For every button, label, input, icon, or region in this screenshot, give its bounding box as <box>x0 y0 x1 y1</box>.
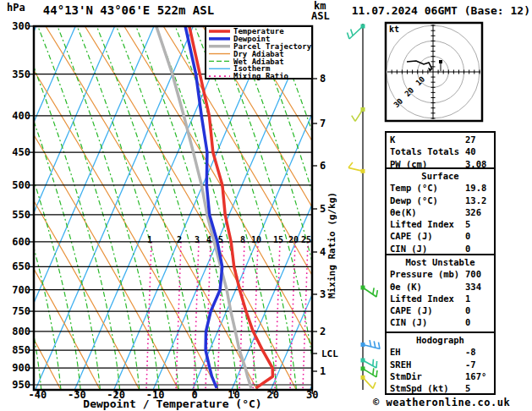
lcl-label: LCL <box>321 348 338 359</box>
wind-barb-feather <box>351 29 353 36</box>
table-title: Hodograph <box>390 334 494 346</box>
table-row: StmSpd (kt)5 <box>390 382 494 394</box>
km-tick-label: 4 <box>320 246 326 258</box>
stat-label: StmSpd (kt) <box>390 383 449 393</box>
table-row: CAPE (J)0 <box>390 230 494 242</box>
wind-barb-feather <box>352 116 355 122</box>
mixing-ratio-value-label: 15 <box>273 235 283 244</box>
wet-adiabat-line <box>0 26 2 390</box>
wind-barb-feather <box>373 288 374 294</box>
pressure-tick-label: 850 <box>12 344 30 356</box>
table-row: θe (K)334 <box>390 281 494 293</box>
temp-axis-title: Dewpoint / Temperature (°C) <box>83 397 261 410</box>
mixing-ratio-axis-title: Mixing Ratio (g/kg) <box>326 192 337 299</box>
wind-barb <box>348 25 365 40</box>
stat-label: Temp (°C) <box>390 183 438 193</box>
stat-value: 0 <box>465 230 470 242</box>
stat-value: -8 <box>465 346 476 358</box>
stat-value: 19.8 <box>465 182 486 194</box>
table-row: CAPE (J)0 <box>390 304 494 316</box>
km-tick-label: 8 <box>320 73 326 85</box>
pressure-tick-label: 450 <box>12 146 30 158</box>
wind-barb-shaft <box>355 109 363 121</box>
mixing-ratio-value-label: 2 <box>177 235 182 244</box>
table-row: Pressure (mb)700 <box>390 268 494 280</box>
mixing-ratio-value-label: 1 <box>147 235 152 244</box>
stat-value: 0 <box>465 243 470 255</box>
stat-label: EH <box>390 347 401 357</box>
pressure-tick-label: 500 <box>12 179 30 191</box>
stat-label: K <box>390 134 395 145</box>
altitude-unit-asl: ASL <box>311 10 330 22</box>
stat-label: θe(K) <box>390 207 417 217</box>
wind-barb <box>361 340 381 348</box>
mixing-ratio-value-label: 4 <box>206 235 211 244</box>
table-row: θe(K)326 <box>390 206 494 218</box>
wind-barb-feather <box>373 368 374 375</box>
stat-value: 5 <box>465 382 470 394</box>
stat-label: StmDir <box>390 371 422 381</box>
wind-barbs <box>348 25 380 389</box>
stat-label: CAPE (J) <box>390 305 433 315</box>
wet-adiabat-line <box>509 26 532 390</box>
mixing-ratio-value-label: 3 <box>195 235 200 244</box>
km-tick-label: 6 <box>320 160 326 172</box>
stat-value: 700 <box>465 268 481 280</box>
wind-barb-feather <box>378 342 380 349</box>
stat-label: Lifted Index <box>390 293 454 304</box>
mixing-ratio-value-label: 10 <box>251 235 261 244</box>
km-tick-label: 2 <box>320 326 326 337</box>
temperature-tick-label: 30 <box>306 389 318 401</box>
km-tick-label: 5 <box>320 203 326 215</box>
pressure-tick-label: 600 <box>12 236 30 248</box>
wind-barb-feather <box>348 162 353 167</box>
stat-value: -7 <box>465 359 476 370</box>
copyright-footer: © weatheronline.co.uk <box>373 397 510 408</box>
table-row: CIN (J)0 <box>390 316 494 328</box>
stat-value: 326 <box>465 206 481 218</box>
wind-barb-feather <box>348 32 349 39</box>
mixing-ratio-value-label: 25 <box>301 235 311 244</box>
table-row: Totals Totals40 <box>390 145 494 157</box>
stat-value: 13.2 <box>465 195 486 206</box>
stat-value: 27 <box>465 134 476 145</box>
pressure-tick-label: 350 <box>12 68 30 80</box>
hodograph-stats-table: Hodograph EH-8 SREH-7 StmDir167° StmSpd … <box>385 332 496 395</box>
wind-barb-shaft <box>363 377 373 388</box>
pressure-tick-label: 750 <box>12 305 30 317</box>
stat-value: 0 <box>465 304 470 316</box>
temperature-tick-label: 20 <box>267 389 279 401</box>
stat-label: Pressure (mb) <box>390 269 459 279</box>
table-row: StmDir167° <box>390 370 494 382</box>
pressure-tick-label: 550 <box>12 209 30 221</box>
table-row: Lifted Index5 <box>390 218 494 230</box>
wind-barb-feather <box>376 370 377 377</box>
hodograph-panel: kt 102030 <box>386 23 482 121</box>
table-row: SREH-7 <box>390 359 494 370</box>
stat-label: CIN (J) <box>390 317 427 327</box>
pressure-unit-label: hPa <box>7 2 25 14</box>
table-row: CIN (J)0 <box>390 243 494 255</box>
km-tick-label: 3 <box>320 288 326 300</box>
km-tick-label: 1 <box>320 365 326 377</box>
legend-entry-label: Mixing Ratio <box>233 72 288 80</box>
stat-label: Dewp (°C) <box>390 195 438 206</box>
pressure-tick-label: 400 <box>12 110 30 122</box>
wind-barb-feather <box>373 382 376 388</box>
most-unstable-table: Most Unstable Pressure (mb)700 θe (K)334… <box>385 254 496 333</box>
mixing-ratio-value-label: 20 <box>288 235 299 244</box>
indices-table: K27 Totals Totals40 PW (cm)3.08 <box>385 131 496 169</box>
surface-table: Surface Temp (°C)19.8 Dewp (°C)13.2 θe(K… <box>385 167 496 255</box>
stat-label: Totals Totals <box>390 146 459 156</box>
wind-barb-feather <box>376 290 377 297</box>
station-title: 44°13'N 43°06'E 522m ASL <box>43 3 214 17</box>
table-title: Surface <box>390 170 494 182</box>
mixing-ratio-value-label: 8 <box>240 235 245 244</box>
pressure-tick-label: 900 <box>12 362 30 374</box>
stat-label: CAPE (J) <box>390 231 433 241</box>
table-row: Dewp (°C)13.2 <box>390 195 494 206</box>
wind-barb-feather <box>370 340 371 347</box>
table-row: Temp (°C)19.8 <box>390 182 494 194</box>
wind-barb-shaft <box>348 167 363 171</box>
datetime-label: 11.07.2024 06GMT (Base: 12) <box>352 4 530 17</box>
